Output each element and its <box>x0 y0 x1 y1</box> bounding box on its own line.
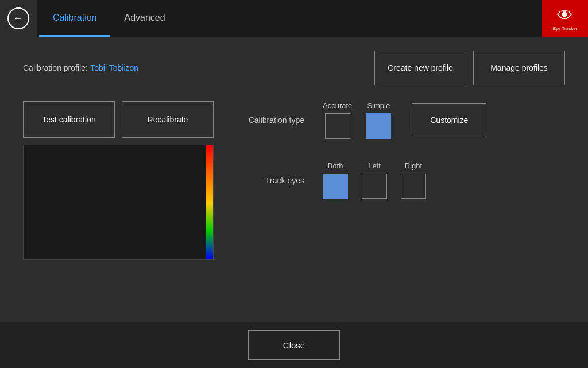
manage-profiles-button[interactable]: Manage profiles <box>473 51 565 85</box>
back-button[interactable]: ← <box>0 0 37 37</box>
close-button[interactable]: Close <box>248 330 340 360</box>
heatmap-color-bar <box>206 145 213 259</box>
simple-option: Simple <box>366 101 391 139</box>
calibration-type-options: Accurate Simple <box>323 101 391 139</box>
calibration-type-label: Calibration type <box>241 116 304 125</box>
track-eyes-options: Both Left Right <box>323 162 426 199</box>
profile-buttons: Create new profile Manage profiles <box>374 51 565 85</box>
back-arrow-icon: ← <box>13 13 23 25</box>
accurate-checkbox[interactable] <box>325 113 350 139</box>
both-eyes-option: Both <box>323 162 348 199</box>
calibration-buttons: Test calibration Recalibrate <box>23 101 214 138</box>
customize-button[interactable]: Customize <box>412 103 486 137</box>
eye-tracker-icon: 👁 <box>557 6 573 25</box>
test-calibration-button[interactable]: Test calibration <box>23 101 115 138</box>
controls-area: Test calibration Recalibrate Calibration… <box>23 101 565 260</box>
profile-name: Tobii Tobiizon <box>90 63 138 72</box>
left-eye-checkbox[interactable] <box>362 174 387 199</box>
track-eyes-label: Track eyes <box>241 176 304 185</box>
calibration-type-group: Calibration type Accurate Simple Customi… <box>241 101 486 139</box>
left-section: Test calibration Recalibrate <box>23 101 214 260</box>
profile-info: Calibration profile: Tobii Tobiizon <box>23 63 138 73</box>
right-eye-option: Right <box>401 162 426 199</box>
footer: Close <box>0 322 588 368</box>
main-content: Calibration profile: Tobii Tobiizon Crea… <box>0 37 588 322</box>
simple-checkbox[interactable] <box>366 113 391 139</box>
tab-advanced[interactable]: Advanced <box>110 0 179 37</box>
profile-row: Calibration profile: Tobii Tobiizon Crea… <box>23 51 565 85</box>
header: ← Calibration Advanced 👁 Eye Tracker <box>0 0 588 37</box>
create-new-profile-button[interactable]: Create new profile <box>374 51 466 85</box>
accurate-option: Accurate <box>323 101 352 139</box>
recalibrate-button[interactable]: Recalibrate <box>122 101 214 138</box>
both-eyes-checkbox[interactable] <box>323 174 348 199</box>
heatmap-display <box>23 145 214 260</box>
tab-bar: Calibration Advanced <box>39 0 179 37</box>
right-section: Calibration type Accurate Simple Customi… <box>241 101 486 199</box>
left-eye-option: Left <box>362 162 387 199</box>
logo: 👁 Eye Tracker <box>542 0 588 37</box>
track-eyes-group: Track eyes Both Left Right <box>241 162 486 199</box>
tab-calibration[interactable]: Calibration <box>39 0 110 37</box>
right-eye-checkbox[interactable] <box>401 174 426 199</box>
